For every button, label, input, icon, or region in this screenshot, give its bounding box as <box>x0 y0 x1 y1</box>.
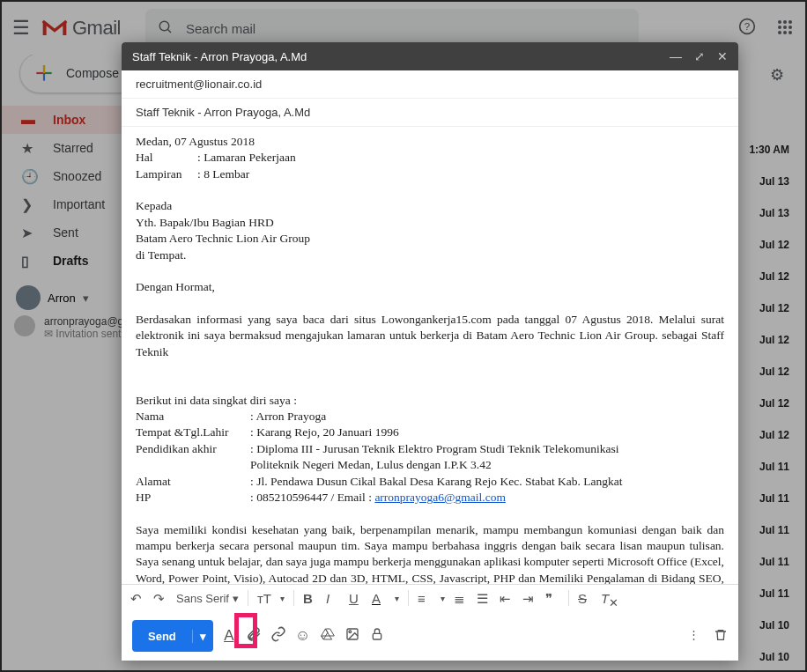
underline-icon[interactable]: U <box>349 591 363 605</box>
expand-icon[interactable]: ⤢ <box>694 49 705 63</box>
mail-row-time[interactable]: Jul 12 <box>744 292 805 324</box>
mail-row-time[interactable]: Jul 11 <box>744 546 805 578</box>
mail-row-time[interactable]: Jul 11 <box>744 514 805 546</box>
mail-row-time[interactable]: Jul 10 <box>744 641 805 672</box>
settings-gear-icon[interactable]: ⚙ <box>770 65 784 85</box>
mail-row-time[interactable]: 1:30 AM <box>744 134 805 166</box>
more-options-icon[interactable]: ⋮ <box>688 628 700 645</box>
quote-icon[interactable]: ❞ <box>545 591 559 605</box>
compose-to-field[interactable]: recruitment@lionair.co.id <box>122 70 738 99</box>
body-line: Nama <box>136 409 250 425</box>
gmail-logo[interactable]: Gmail <box>41 17 121 40</box>
body-line: : 085210596447 / Email : <box>250 491 374 504</box>
chevron-down-icon: ▾ <box>441 594 445 603</box>
avatar <box>14 315 35 336</box>
mail-row-time[interactable]: Jul 11 <box>744 578 805 609</box>
body-line: Alamat <box>136 474 250 490</box>
mail-row-time[interactable]: Jul 11 <box>744 483 805 514</box>
sidebar-item-label: Starred <box>53 141 93 155</box>
mail-list-times: 1:30 AMJul 13Jul 13Jul 12Jul 12Jul 12Jul… <box>744 134 805 672</box>
body-line: Yth. Bapak/Ibu Bagian HRD <box>136 215 724 231</box>
body-line: Medan, 07 Agustus 2018 <box>136 134 724 150</box>
image-icon[interactable] <box>344 627 361 646</box>
plus-icon <box>33 62 56 85</box>
svg-point-7 <box>778 26 781 29</box>
search-placeholder: Search mail <box>186 21 255 36</box>
mail-row-time[interactable]: Jul 12 <box>744 261 805 292</box>
strikethrough-icon[interactable]: S <box>578 591 592 605</box>
body-line: Kepada <box>136 198 724 214</box>
gmail-m-icon <box>41 17 69 40</box>
menu-icon[interactable]: ☰ <box>12 17 30 40</box>
attach-highlight <box>234 613 257 648</box>
mail-row-time[interactable]: Jul 12 <box>744 229 805 261</box>
format-toolbar: ↶ ↷ Sans Serif ▾ тT ▾ B I U A ▾ ≡ ▾ ≣ ☰ … <box>122 584 738 611</box>
compose-subject-value: Staff Teknik - Arron Prayoga, A.Md <box>136 106 310 119</box>
mail-row-time[interactable]: Jul 11 <box>744 451 805 483</box>
body-line <box>136 457 250 473</box>
email-link[interactable]: arronprayoga6@gmail.com <box>374 491 506 504</box>
body-line: Hal <box>136 150 197 166</box>
compose-subject-field[interactable]: Staff Teknik - Arron Prayoga, A.Md <box>122 99 738 127</box>
chevron-down-icon: ▾ <box>280 594 285 603</box>
confidential-icon[interactable] <box>368 627 386 646</box>
body-line: Politeknik Negeri Medan, Lulus dengan I.… <box>250 457 492 473</box>
send-bar: Send ▾ A ☺ ⋮ <box>122 611 738 661</box>
drive-icon[interactable] <box>319 627 337 646</box>
body-para: Berdasakan informasi yang saya baca dari… <box>136 312 724 360</box>
sidebar-item-label: Snoozed <box>53 169 101 183</box>
text-color-icon[interactable]: A <box>372 591 386 605</box>
bulleted-list-icon[interactable]: ☰ <box>477 591 491 605</box>
send-label: Send <box>132 630 192 643</box>
compose-window: Staff Teknik - Arron Prayoga, A.Md — ⤢ ✕… <box>122 42 738 661</box>
compose-label: Compose <box>66 66 119 80</box>
mail-row-time[interactable]: Jul 12 <box>744 419 805 451</box>
mail-row-time[interactable]: Jul 12 <box>744 356 805 388</box>
body-line: Batam Aero Technic Lion Air Group <box>136 231 724 247</box>
emoji-icon[interactable]: ☺ <box>294 627 312 645</box>
font-name: Sans Serif <box>176 592 229 605</box>
mail-row-time[interactable]: Jul 12 <box>744 388 805 419</box>
compose-body[interactable]: Medan, 07 Agustus 2018 Hal: Lamaran Peke… <box>122 127 738 584</box>
body-line: : Diploma III - Jurusan Teknik Elektro P… <box>250 441 619 457</box>
clear-format-icon[interactable]: T✕ <box>601 591 615 605</box>
mail-row-time[interactable]: Jul 12 <box>744 324 805 356</box>
undo-icon[interactable]: ↶ <box>130 591 144 605</box>
indent-more-icon[interactable]: ⇥ <box>522 591 537 605</box>
close-icon[interactable]: ✕ <box>717 49 728 63</box>
svg-point-6 <box>788 20 792 24</box>
svg-point-10 <box>778 31 781 34</box>
svg-point-11 <box>783 31 787 34</box>
numbered-list-icon[interactable]: ≣ <box>454 591 468 605</box>
svg-point-12 <box>788 31 792 34</box>
svg-line-1 <box>167 29 171 33</box>
body-line: Tempat &Tgl.Lahir <box>136 425 250 440</box>
mail-row-time[interactable]: Jul 10 <box>744 609 805 641</box>
compose-to-value: recruitment@lionair.co.id <box>136 78 262 91</box>
mail-row-time[interactable]: Jul 13 <box>744 166 805 197</box>
font-size-icon[interactable]: тT <box>257 591 271 605</box>
bold-icon[interactable]: B <box>303 591 317 605</box>
inbox-icon: ▬ <box>21 112 37 128</box>
font-select[interactable]: Sans Serif ▾ <box>176 592 239 605</box>
apps-grid-icon[interactable] <box>777 19 793 38</box>
search-icon <box>158 19 174 38</box>
file-icon: ▯ <box>21 253 37 270</box>
align-icon[interactable]: ≡ <box>418 591 432 605</box>
indent-less-icon[interactable]: ⇤ <box>500 591 514 605</box>
help-icon[interactable]: ? <box>738 18 756 40</box>
italic-icon[interactable]: I <box>326 591 340 605</box>
discard-icon[interactable] <box>714 628 728 645</box>
body-line: Berikut ini data singkat diri saya : <box>136 393 724 409</box>
svg-rect-19 <box>373 633 381 639</box>
link-icon[interactable] <box>270 626 287 646</box>
minimize-icon[interactable]: — <box>670 49 682 63</box>
send-button[interactable]: Send ▾ <box>132 620 213 652</box>
mail-row-time[interactable]: Jul 13 <box>744 197 805 229</box>
redo-icon[interactable]: ↷ <box>153 591 167 605</box>
body-line: : Arron Prayoga <box>250 409 326 425</box>
send-more-icon[interactable]: ▾ <box>192 630 213 643</box>
clock-icon: 🕘 <box>21 168 37 185</box>
compose-titlebar[interactable]: Staff Teknik - Arron Prayoga, A.Md — ⤢ ✕ <box>122 42 738 70</box>
svg-point-8 <box>783 26 787 29</box>
